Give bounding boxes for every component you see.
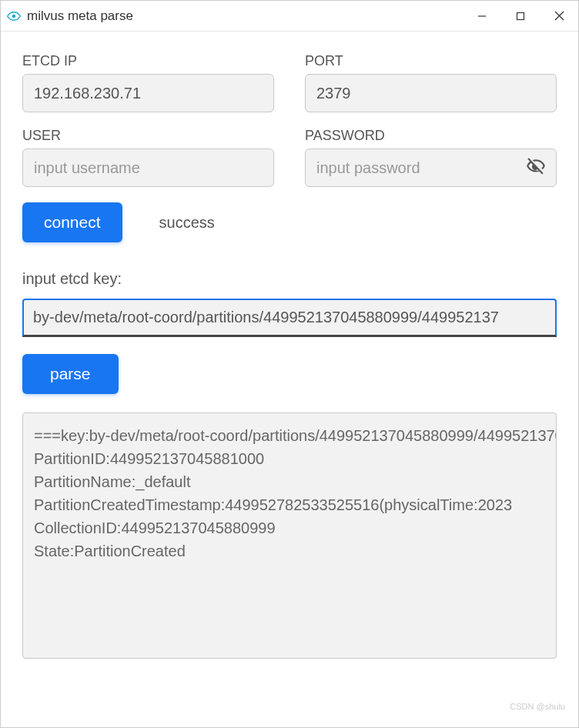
minimize-button[interactable] — [463, 1, 501, 32]
port-input[interactable] — [305, 74, 557, 112]
maximize-button[interactable] — [501, 1, 540, 32]
main-content: ETCD IP PORT USER PASSWORD conne — [1, 32, 578, 674]
svg-point-0 — [12, 14, 16, 18]
output-textarea[interactable] — [22, 412, 557, 659]
connect-status: success — [159, 214, 215, 232]
connect-button[interactable]: connect — [22, 202, 122, 242]
visibility-off-icon[interactable] — [526, 156, 546, 179]
etcd-key-input[interactable] — [22, 299, 557, 337]
etcd-ip-input[interactable] — [22, 74, 274, 112]
port-label: PORT — [305, 53, 557, 69]
username-input[interactable] — [22, 149, 274, 187]
window-title: milvus meta parse — [27, 8, 463, 24]
parse-button[interactable]: parse — [22, 354, 119, 394]
password-input[interactable] — [305, 149, 557, 187]
etcd-key-label: input etcd key: — [22, 270, 557, 288]
etcd-ip-label: ETCD IP — [22, 53, 274, 69]
window-controls — [463, 1, 578, 32]
close-button[interactable] — [540, 1, 578, 32]
app-icon — [7, 9, 21, 23]
svg-rect-2 — [517, 12, 524, 19]
titlebar: milvus meta parse — [1, 1, 578, 32]
watermark: CSDN @shulu — [510, 702, 565, 711]
user-label: USER — [22, 128, 274, 144]
password-label: PASSWORD — [305, 128, 557, 144]
